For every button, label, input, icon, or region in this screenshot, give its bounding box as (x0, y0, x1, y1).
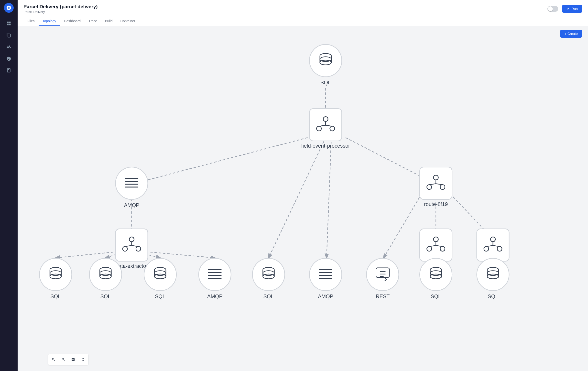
tab-build[interactable]: Build (101, 17, 116, 26)
node-amqp3-label: AMQP (318, 294, 333, 299)
node-amqp-label: AMQP (124, 202, 139, 208)
fit-view-button[interactable] (78, 355, 87, 364)
node-sql4-label: SQL (263, 294, 274, 299)
node-route8f19-label: route-8f19 (424, 201, 448, 207)
header-actions: Run (547, 5, 582, 13)
node-fep-label: field-event-processor (301, 143, 350, 149)
tab-topology[interactable]: Topology (39, 17, 60, 26)
zoom-out-button[interactable] (59, 355, 68, 364)
create-button[interactable]: + Create (560, 30, 582, 38)
sidebar-item-projects[interactable] (4, 19, 14, 28)
header: Parcel Delivery (parcel-delivery) Parcel… (18, 0, 588, 26)
svg-point-80 (309, 258, 342, 291)
zoom-in-button[interactable] (49, 355, 58, 364)
run-button[interactable]: Run (562, 5, 582, 13)
node-amqp2-label: AMQP (207, 294, 223, 299)
sidebar-item-users[interactable] (4, 42, 14, 52)
node-sql1-label: SQL (50, 294, 61, 299)
node-route-8f19[interactable]: route-8f19 (420, 167, 452, 207)
sidebar-item-docs[interactable] (4, 65, 14, 75)
node-sql2-label: SQL (100, 294, 111, 299)
node-rest-label: REST (376, 294, 390, 299)
node-sql-top-label: SQL (320, 80, 331, 86)
page-subtitle: Parcel Delivery (23, 10, 98, 14)
sidebar-item-groups[interactable] (4, 54, 14, 64)
topology-toolbar: + Create (560, 30, 582, 38)
node-sql5-label: SQL (431, 294, 441, 299)
tab-trace[interactable]: Trace (85, 17, 101, 26)
app-logo[interactable] (4, 3, 14, 13)
topology-background (18, 32, 588, 365)
tab-bar: Files Topology Dashboard Trace Build Con… (23, 17, 582, 26)
zoom-controls (48, 354, 88, 365)
node-data-extractor[interactable]: data-extractor (116, 229, 148, 269)
node-sql6-label: SQL (488, 294, 498, 299)
sidebar (0, 0, 18, 371)
topology-canvas-container: + Create (18, 26, 588, 371)
run-icon (566, 7, 570, 11)
tab-container[interactable]: Container (117, 17, 139, 26)
reset-zoom-button[interactable] (69, 355, 77, 364)
svg-point-85 (367, 258, 399, 291)
svg-point-14 (116, 167, 148, 199)
header-title-group: Parcel Delivery (parcel-delivery) Parcel… (23, 4, 98, 14)
tab-files[interactable]: Files (23, 17, 39, 26)
topology-svg[interactable]: SQL field-event-processor (18, 26, 588, 371)
sidebar-item-copy[interactable] (4, 30, 14, 40)
tab-dashboard[interactable]: Dashboard (60, 17, 85, 26)
page-title: Parcel Delivery (parcel-delivery) (23, 4, 98, 10)
svg-point-68 (199, 258, 231, 291)
main-content: Parcel Delivery (parcel-delivery) Parcel… (18, 0, 588, 371)
run-toggle[interactable] (547, 6, 558, 12)
node-sql3-label: SQL (155, 294, 165, 299)
